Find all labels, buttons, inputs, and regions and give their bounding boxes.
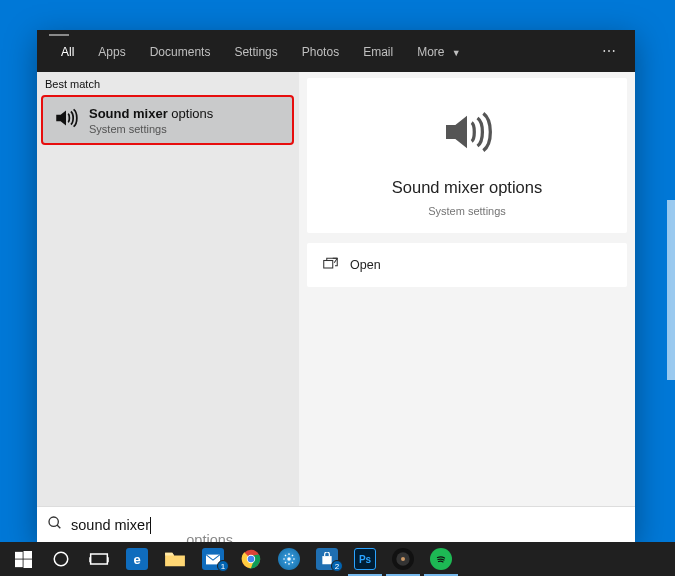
result-title: Sound mixer options [89,106,213,121]
taskbar-app-spotify[interactable] [422,542,460,576]
taskbar-app-store[interactable]: 2 [308,542,346,576]
svg-rect-5 [23,559,32,568]
preview-actions: Open [307,243,627,287]
svg-point-11 [248,556,255,563]
search-body: Best match Sound mixer options System se… [37,72,635,506]
svg-rect-2 [15,551,23,558]
svg-rect-4 [15,559,23,567]
tab-photos[interactable]: Photos [290,33,351,69]
tab-settings[interactable]: Settings [222,33,289,69]
tab-all[interactable]: All [49,33,86,69]
search-bar: sound mixer options [37,506,635,542]
speaker-icon [317,104,617,160]
tab-documents[interactable]: Documents [138,33,223,69]
result-subtitle: System settings [89,123,213,135]
svg-point-1 [49,517,58,526]
badge-count: 2 [331,560,343,572]
result-texts: Sound mixer options System settings [89,106,213,135]
tab-email[interactable]: Email [351,33,405,69]
start-search-panel: All Apps Documents Settings Photos Email… [37,30,635,542]
svg-rect-0 [324,261,333,269]
window-snap-hint [667,200,675,380]
cortana-button[interactable] [42,542,80,576]
preview-subtitle: System settings [317,205,617,217]
taskbar-app-edge[interactable]: e [118,542,156,576]
preview-title: Sound mixer options [317,178,617,197]
text-caret [150,517,151,534]
preview-pane: Sound mixer options System settings Open [299,72,635,506]
search-input[interactable] [71,517,625,533]
taskbar-app-explorer[interactable] [156,542,194,576]
svg-rect-3 [23,551,32,559]
speaker-icon [53,105,79,135]
taskbar-app-settings[interactable] [270,542,308,576]
open-icon [323,257,338,273]
search-icon [47,515,63,535]
taskbar: e 1 2 Ps [0,542,675,576]
taskbar-app-mail[interactable]: 1 [194,542,232,576]
badge-count: 1 [217,560,229,572]
chevron-down-icon: ▼ [452,48,461,58]
open-label: Open [350,258,381,272]
taskbar-app-chrome[interactable] [232,542,270,576]
more-options-button[interactable]: ⋯ [592,35,627,67]
search-input-wrap[interactable]: sound mixer options [71,516,625,534]
taskbar-app-media[interactable] [384,542,422,576]
preview-card: Sound mixer options System settings [307,78,627,233]
tab-apps[interactable]: Apps [86,33,137,69]
results-pane: Best match Sound mixer options System se… [37,72,299,506]
svg-point-14 [401,557,405,561]
section-header-best-match: Best match [37,72,299,95]
start-button[interactable] [4,542,42,576]
open-action[interactable]: Open [307,247,627,283]
search-filter-tabs: All Apps Documents Settings Photos Email… [37,30,635,72]
svg-rect-7 [91,554,108,564]
tab-more[interactable]: More ▼ [405,33,473,69]
taskbar-app-photoshop[interactable]: Ps [346,542,384,576]
task-view-button[interactable] [80,542,118,576]
svg-point-12 [287,557,291,561]
svg-point-6 [54,552,68,566]
tab-more-label: More [417,45,444,59]
result-sound-mixer-options[interactable]: Sound mixer options System settings [41,95,294,145]
